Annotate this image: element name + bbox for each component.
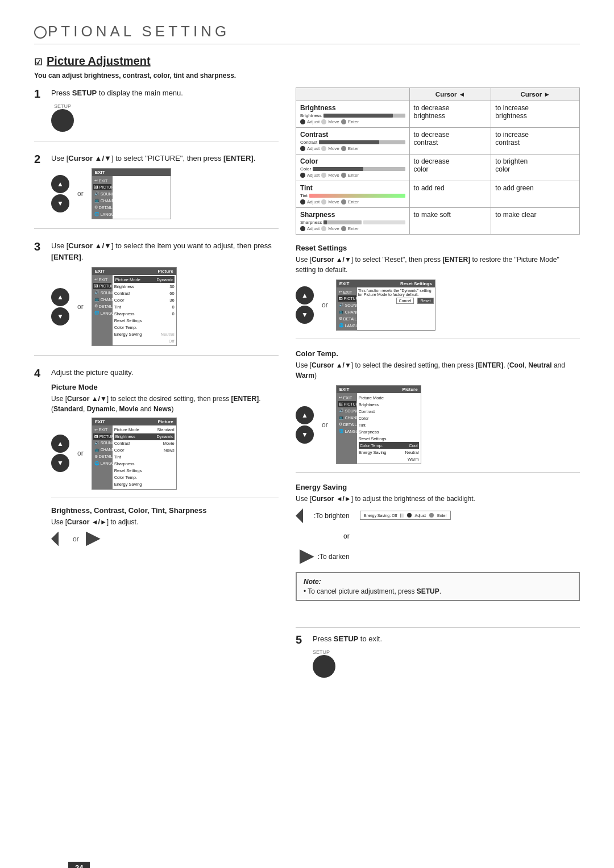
table-row-tint: Tint Tint Adjust Move Enter to add — [296, 181, 580, 208]
step-3: 3 Use [Cursor ▲/▼] to select the item yo… — [34, 240, 279, 356]
table-row-color: Color Color Adjust Move Enter — [296, 155, 580, 181]
up-down-buttons-3: ▲ ▼ — [51, 288, 69, 326]
picture-mode-title: Picture Mode — [51, 383, 279, 391]
right-darken-arrow-icon — [300, 549, 314, 564]
right-arrow-icon — [86, 532, 101, 546]
up-arrow-pm-icon: ▲ — [51, 435, 69, 453]
energy-saving-title: Energy Saving — [296, 483, 580, 491]
menu-screenshot-ct: EXITPicture ↩EXIT 🖼PICTURE 🔊SOUND 📺CHANN… — [336, 385, 421, 464]
down-arrow-ct-icon: ▼ — [296, 425, 314, 444]
brightness-section-title: Brightness, Contrast, Color, Tint, Sharp… — [51, 506, 279, 515]
left-brighten-arrow-icon — [296, 508, 310, 523]
table-row-contrast: Contrast Contrast Adjust Move Enter — [296, 128, 580, 155]
up-down-buttons-pm: ▲ ▼ — [51, 435, 69, 472]
setup-exit-button-icon — [313, 655, 335, 678]
up-down-buttons-ct: ▲ ▼ — [296, 406, 314, 444]
checkmark-icon: ☑ — [34, 57, 42, 68]
picture-mode-text: Use [Cursor ▲/▼] to select the desired s… — [51, 394, 279, 414]
up-arrow-icon-3: ▲ — [51, 288, 69, 306]
reset-settings-section: Reset Settings Use [Cursor ▲/▼] to selec… — [296, 244, 580, 339]
down-arrow-icon: ▼ — [51, 194, 69, 212]
step-2: 2 Use [Cursor ▲/▼] to select "PICTURE", … — [34, 153, 279, 229]
table-row-brightness: Brightness Brightness Adjust Move Ente — [296, 101, 580, 128]
step-1: 1 Press SETUP to display the main menu. … — [34, 87, 279, 141]
color-temp-title: Color Temp. — [296, 349, 580, 358]
menu-screenshot-2: EXIT ↩EXIT 🖼PICTURE 🔊SOUND 📺CHANNEL ⚙DET… — [92, 168, 171, 219]
up-arrow-reset-icon: ▲ — [296, 286, 314, 304]
menu-screenshot-pm: EXITPicture ↩EXIT 🖼PICTURE 🔊SOUND 📺CHANN… — [92, 418, 177, 490]
section-subtitle: You can adjust brightness, contrast, col… — [34, 72, 580, 80]
o-circle-icon — [34, 26, 47, 39]
up-arrow-icon: ▲ — [51, 175, 69, 193]
brighten-label: :To brighten — [314, 512, 350, 520]
color-temp-section: Color Temp. Use [Cursor ▲/▼] to select t… — [296, 349, 580, 473]
down-arrow-pm-icon: ▼ — [51, 454, 69, 472]
setup-button-icon — [51, 109, 74, 132]
section-title: Picture Adjustment — [47, 55, 151, 68]
menu-screenshot-3: EXITPicture ↩EXIT 🖼PICTURE 🔊SOUND 📺CHANN… — [92, 267, 177, 346]
adjustment-table: Cursor ◄ Cursor ► Brightness Brightness — [296, 87, 580, 235]
table-row-sharpness: Sharpness Sharpness Adjust Move — [296, 208, 580, 235]
menu-screenshot-reset: EXITReset Settings ↩EXIT 🖼PICTURE 🔊SOUND… — [336, 279, 435, 331]
up-down-buttons-reset: ▲ ▼ — [296, 286, 314, 324]
darken-label: :To darken — [318, 553, 350, 561]
note-box: Note: • To cancel picture adjustment, pr… — [296, 572, 580, 601]
down-arrow-icon-3: ▼ — [51, 307, 69, 326]
down-arrow-reset-icon: ▼ — [296, 306, 314, 324]
page-number: 24 — [68, 862, 90, 868]
step-4: 4 Adjust the picture quality. Picture Mo… — [34, 367, 279, 556]
step-5: 5 Press SETUP to exit. SETUP — [296, 627, 580, 678]
page-title: PTIONAL SETTING — [34, 23, 580, 44]
energy-saving-section: Energy Saving Use [Cursor ◄/►] to adjust… — [296, 483, 580, 617]
energy-bar: Energy Saving: Off Adjust Enter — [360, 511, 451, 520]
left-arrow-icon — [51, 532, 66, 546]
reset-settings-title: Reset Settings — [296, 244, 580, 252]
up-arrow-ct-icon: ▲ — [296, 406, 314, 424]
up-down-buttons: ▲ ▼ — [51, 175, 69, 212]
